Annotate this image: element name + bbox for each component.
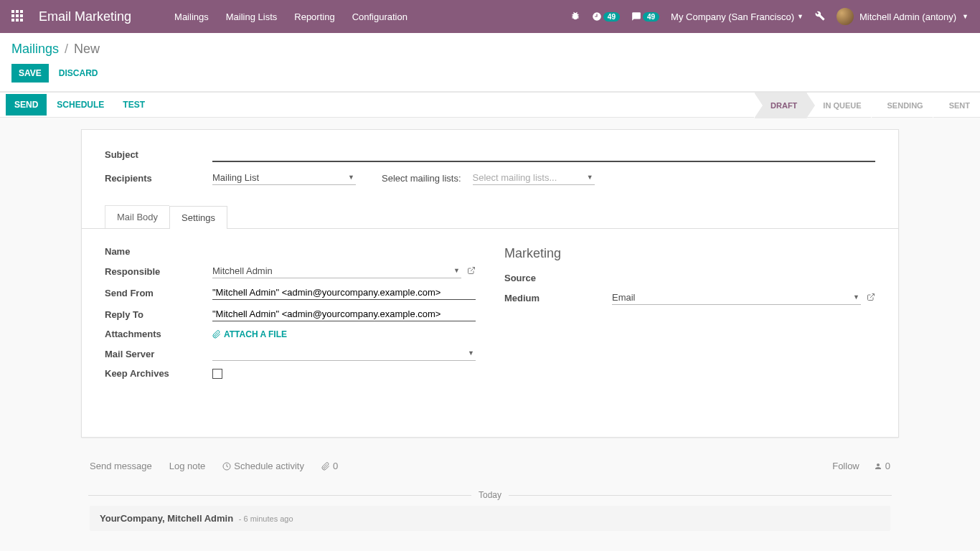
save-button[interactable]: SAVE bbox=[11, 64, 49, 83]
responsible-value: Mitchell Admin bbox=[212, 265, 273, 276]
clock-badge[interactable]: 49 bbox=[592, 11, 620, 22]
subject-input[interactable] bbox=[212, 147, 875, 162]
chevron-down-icon: ▼ bbox=[348, 174, 354, 181]
breadcrumb-sep: / bbox=[65, 42, 68, 57]
chevron-down-icon: ▼ bbox=[453, 267, 460, 274]
medium-value: Email bbox=[612, 292, 636, 303]
breadcrumb: Mailings / New bbox=[11, 42, 969, 57]
schedule-button[interactable]: SCHEDULE bbox=[48, 94, 113, 116]
medium-label: Medium bbox=[504, 293, 612, 303]
message-item[interactable]: YourCompany, Mitchell Admin - 6 minutes … bbox=[90, 506, 890, 531]
attach-file-button[interactable]: ATTACH A FILE bbox=[212, 329, 287, 339]
attach-file-label: ATTACH A FILE bbox=[224, 329, 287, 339]
debug-icon[interactable] bbox=[570, 11, 580, 23]
tab-mail-body[interactable]: Mail Body bbox=[105, 205, 169, 228]
settings-icon[interactable] bbox=[815, 11, 825, 23]
breadcrumb-current: New bbox=[74, 42, 100, 57]
user-menu[interactable]: Mitchell Admin (antony) ▼ bbox=[837, 8, 969, 25]
clock-badge-count: 49 bbox=[603, 12, 620, 22]
send-button[interactable]: SEND bbox=[6, 94, 47, 116]
main-menu: Mailings Mailing Lists Reporting Configu… bbox=[174, 11, 407, 22]
apps-icon[interactable] bbox=[11, 10, 24, 23]
mailing-lists-label: Select mailing lists: bbox=[382, 173, 461, 184]
replyto-input[interactable] bbox=[212, 307, 476, 321]
send-message-link[interactable]: Send message bbox=[90, 461, 152, 471]
chevron-down-icon: ▼ bbox=[962, 13, 969, 20]
form-sheet: Subject Recipients Mailing List ▼ Select… bbox=[81, 129, 899, 438]
keeparchives-checkbox[interactable] bbox=[212, 369, 222, 379]
tab-settings[interactable]: Settings bbox=[169, 206, 227, 229]
tabs: Mail Body Settings bbox=[82, 205, 898, 229]
stage-draft[interactable]: DRAFT bbox=[755, 93, 807, 118]
chat-badge[interactable]: 49 bbox=[631, 11, 659, 22]
mailserver-label: Mail Server bbox=[105, 349, 212, 359]
mailserver-value bbox=[212, 348, 215, 359]
today-separator: Today bbox=[81, 490, 899, 500]
subject-label: Subject bbox=[105, 149, 212, 160]
control-panel: Mailings / New SAVE DISCARD bbox=[0, 33, 980, 92]
chatter: Send message Log note Schedule activity … bbox=[81, 455, 899, 531]
external-link-icon[interactable] bbox=[867, 293, 875, 303]
attachment-count[interactable]: 0 bbox=[321, 461, 338, 471]
responsible-select[interactable]: Mitchell Admin ▼ bbox=[212, 264, 461, 278]
user-name: Mitchell Admin (antony) bbox=[859, 11, 956, 22]
mailing-lists-select[interactable]: Select mailing lists... ▼ bbox=[473, 171, 595, 185]
mailserver-select[interactable]: ▼ bbox=[212, 347, 476, 361]
medium-select[interactable]: Email ▼ bbox=[612, 291, 861, 305]
recipients-value: Mailing List bbox=[212, 172, 259, 183]
follow-button[interactable]: Follow bbox=[832, 461, 859, 471]
top-nav: Email Marketing Mailings Mailing Lists R… bbox=[0, 0, 980, 33]
followers-count[interactable]: 0 bbox=[874, 461, 890, 471]
clock-icon bbox=[222, 462, 231, 471]
avatar bbox=[837, 8, 854, 25]
chat-badge-count: 49 bbox=[643, 12, 659, 22]
paperclip-icon bbox=[321, 462, 330, 471]
recipients-label: Recipients bbox=[105, 173, 212, 184]
sendfrom-label: Send From bbox=[105, 288, 212, 298]
menu-mailing-lists[interactable]: Mailing Lists bbox=[226, 11, 278, 22]
replyto-label: Reply To bbox=[105, 309, 212, 320]
chevron-down-icon: ▼ bbox=[587, 174, 593, 181]
marketing-header: Marketing bbox=[504, 246, 875, 261]
source-label: Source bbox=[504, 273, 612, 283]
statusbar: SEND SCHEDULE TEST DRAFT IN QUEUE SENDIN… bbox=[0, 92, 980, 118]
schedule-activity-link[interactable]: Schedule activity bbox=[222, 461, 304, 471]
message-time: - 6 minutes ago bbox=[239, 514, 293, 523]
log-note-link[interactable]: Log note bbox=[169, 461, 206, 471]
chevron-down-icon: ▼ bbox=[797, 13, 804, 20]
name-label: Name bbox=[105, 246, 212, 257]
menu-configuration[interactable]: Configuration bbox=[352, 11, 407, 22]
external-link-icon[interactable] bbox=[467, 266, 476, 277]
discard-button[interactable]: DISCARD bbox=[52, 64, 105, 83]
chevron-down-icon: ▼ bbox=[468, 349, 474, 357]
attachments-label: Attachments bbox=[105, 329, 212, 339]
mailing-lists-placeholder: Select mailing lists... bbox=[473, 172, 557, 183]
test-button[interactable]: TEST bbox=[114, 94, 154, 116]
menu-mailings[interactable]: Mailings bbox=[174, 11, 209, 22]
stage-sending[interactable]: SENDING bbox=[872, 93, 933, 118]
company-switcher[interactable]: My Company (San Francisco) ▼ bbox=[671, 11, 804, 22]
chevron-down-icon: ▼ bbox=[853, 293, 859, 301]
sendfrom-input[interactable] bbox=[212, 286, 476, 300]
user-icon bbox=[874, 462, 882, 471]
breadcrumb-root[interactable]: Mailings bbox=[11, 42, 59, 57]
message-author: YourCompany, Mitchell Admin bbox=[100, 513, 233, 524]
responsible-label: Responsible bbox=[105, 266, 212, 277]
menu-reporting[interactable]: Reporting bbox=[294, 11, 334, 22]
keeparchives-label: Keep Archives bbox=[105, 368, 212, 379]
stage-in-queue[interactable]: IN QUEUE bbox=[807, 93, 871, 118]
app-brand[interactable]: Email Marketing bbox=[39, 9, 131, 24]
recipients-select[interactable]: Mailing List ▼ bbox=[212, 171, 356, 185]
company-name: My Company (San Francisco) bbox=[671, 11, 794, 22]
